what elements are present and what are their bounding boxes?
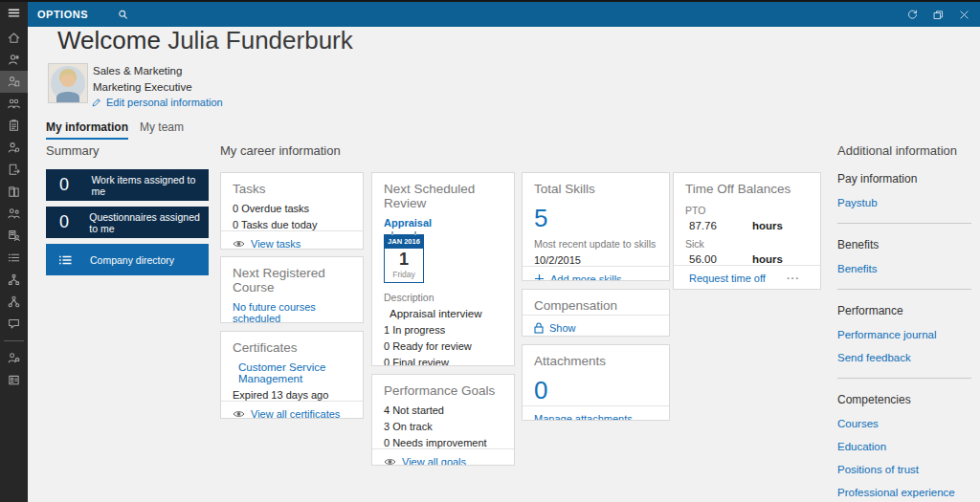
nav-sidebar (0, 0, 28, 502)
team-icon[interactable] (0, 93, 28, 115)
attachments-count: 0 (523, 370, 669, 405)
window-top-strip (0, 0, 980, 2)
certificate-expiry-note: Expired 13 days ago (221, 384, 363, 401)
compensation-card: Compensation Show (522, 289, 670, 337)
timeoff-title: Time Off Balances (674, 173, 820, 198)
skills-updated-date: 10/2/2015 (523, 250, 669, 266)
people-pair-icon[interactable] (0, 203, 28, 225)
goals-title: Performance Goals (372, 375, 514, 400)
group-divider (837, 378, 971, 379)
people-admin-icon[interactable] (0, 347, 28, 369)
no-future-courses-link[interactable]: No future courses scheduled (221, 296, 363, 323)
professional-experience-link[interactable]: Professional experience (837, 487, 971, 498)
compensation-show-link[interactable]: Show (523, 315, 669, 337)
work-items-count: 0 (59, 175, 78, 195)
course-catalog-icon[interactable] (0, 225, 28, 247)
learning-books-icon[interactable] (0, 181, 28, 203)
certificates-title: Certificates (221, 332, 363, 357)
competencies-label: Competencies (837, 393, 971, 406)
restore-window-icon[interactable] (932, 9, 945, 21)
tab-my-team[interactable]: My team (140, 120, 184, 134)
org-structure-icon[interactable] (0, 269, 28, 291)
search-icon[interactable] (117, 9, 129, 21)
plus-icon (534, 273, 545, 281)
more-options-icon[interactable]: ··· (787, 273, 800, 284)
view-all-certificates-link[interactable]: View all certificates (221, 401, 363, 419)
skills-title: Total Skills (523, 173, 669, 198)
pto-label: PTO (674, 198, 820, 216)
attachments-title: Attachments (523, 345, 669, 370)
questionnaires-tile[interactable]: 0 Questionnaires assigned to me (46, 207, 209, 238)
questionnaires-label: Questionnaires assigned to me (89, 211, 209, 234)
benefits-link[interactable]: Benefits (837, 263, 971, 274)
sick-unit: hours (752, 253, 783, 265)
pencil-icon (91, 98, 101, 108)
page-title: Welcome Julia Funderburk (57, 26, 353, 55)
manage-attachments-link[interactable]: Manage attachments (523, 405, 669, 421)
options-menu[interactable]: OPTIONS (37, 9, 88, 20)
tasks-due-today-line: 0 Tasks due today (221, 214, 363, 230)
not-started-line: 4 Not started (372, 400, 514, 416)
feedback-icon[interactable] (0, 313, 28, 335)
next-registered-course-card: Next Registered Course No future courses… (220, 256, 364, 323)
description-value: Appraisal interview (372, 303, 514, 319)
certificate-name-link[interactable]: Customer Service Management (221, 357, 363, 384)
work-items-label: Work items assigned to me (91, 174, 209, 197)
total-skills-card: Total Skills 5 Most recent update to ski… (522, 172, 670, 281)
pto-balance-row: 87.76 hours (674, 216, 820, 231)
group-divider (837, 289, 971, 290)
view-all-goals-link[interactable]: View all goals (372, 448, 514, 466)
performance-label: Performance (837, 304, 971, 317)
positions-of-trust-link[interactable]: Positions of trust (837, 464, 971, 475)
sidebar-divider (4, 340, 24, 341)
person-settings-icon[interactable] (0, 137, 28, 159)
work-items-tile[interactable]: 0 Work items assigned to me (46, 169, 209, 201)
company-directory-tile[interactable]: Company directory (46, 244, 209, 275)
window-controls (906, 9, 970, 21)
time-off-balances-card: Time Off Balances PTO 87.76 hours Sick 5… (673, 172, 821, 290)
sick-label: Sick (674, 231, 820, 250)
people-icon[interactable] (0, 49, 28, 71)
performance-journal-link[interactable]: Performance journal (837, 329, 971, 340)
directory-list-icon (57, 252, 77, 268)
certificates-card: Certificates Customer Service Management… (220, 331, 364, 419)
appraisal-link[interactable]: Appraisal (372, 212, 514, 229)
sick-balance-row: 56.00 hours (674, 250, 820, 265)
close-icon[interactable] (958, 9, 970, 21)
additional-information-panel: Additional information Pay information P… (837, 143, 971, 502)
company-directory-label: Company directory (90, 254, 174, 266)
hierarchy-icon[interactable] (0, 291, 28, 313)
courses-link[interactable]: Courses (837, 418, 971, 429)
final-review-line: 0 Final review (372, 352, 514, 366)
refresh-icon[interactable] (906, 9, 919, 21)
tab-my-information[interactable]: My information (46, 120, 128, 140)
on-track-line: 3 On track (372, 416, 514, 432)
edit-personal-information-link[interactable]: Edit personal information (91, 97, 223, 108)
directory-list-icon[interactable] (0, 247, 28, 269)
paystub-link[interactable]: Paystub (837, 197, 971, 208)
pay-information-label: Pay information (837, 172, 971, 186)
user-name: Julia Funderburk (167, 26, 353, 55)
tasks-title: Tasks (221, 173, 363, 198)
skills-count: 5 (523, 198, 669, 233)
benefits-label: Benefits (837, 238, 971, 251)
request-time-off-link[interactable]: Request time off ··· (674, 265, 820, 290)
id-badge-icon[interactable] (0, 369, 28, 391)
view-tasks-link[interactable]: View tasks (221, 230, 363, 250)
review-date-calendar: JAN 2016 1 Friday (384, 234, 424, 283)
add-more-skills-link[interactable]: Add more skills (523, 266, 669, 281)
avatar-photo (49, 64, 87, 102)
eye-icon (384, 457, 396, 467)
tasks-clipboard-icon[interactable] (0, 115, 28, 137)
employee-self-service-icon[interactable] (0, 71, 28, 93)
pto-unit: hours (752, 220, 783, 231)
home-icon[interactable] (0, 27, 28, 49)
overdue-tasks-line: 0 Overdue tasks (221, 198, 363, 214)
user-job-title: Marketing Executive (93, 81, 192, 93)
avatar[interactable] (48, 63, 88, 103)
education-link[interactable]: Education (837, 441, 971, 452)
send-feedback-link[interactable]: Send feedback (837, 352, 971, 363)
menu-icon[interactable] (0, 0, 28, 25)
document-send-icon[interactable] (0, 159, 28, 181)
summary-heading: Summary (46, 143, 100, 158)
